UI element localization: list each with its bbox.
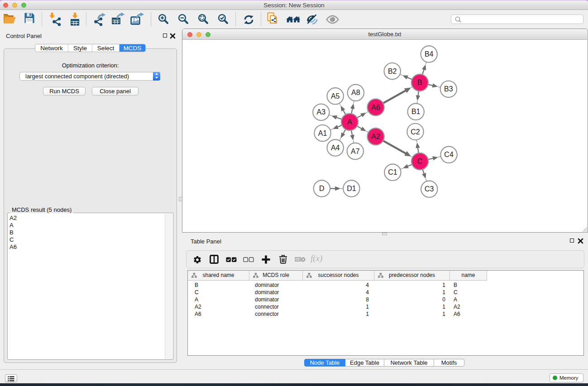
svg-text:A5: A5 (331, 92, 340, 100)
svg-text:B3: B3 (444, 85, 453, 93)
svg-text:A2: A2 (371, 133, 380, 140)
svg-text:A1: A1 (318, 129, 327, 137)
svg-text:C: C (417, 157, 423, 165)
svg-text:B4: B4 (425, 50, 434, 58)
svg-text:B1: B1 (411, 108, 421, 115)
svg-text:A3: A3 (317, 108, 326, 116)
svg-text:D1: D1 (347, 185, 356, 192)
svg-text:D: D (319, 185, 325, 192)
svg-text:C4: C4 (444, 151, 454, 158)
svg-text:A8: A8 (351, 89, 360, 96)
svg-text:C1: C1 (388, 168, 397, 176)
svg-text:A7: A7 (351, 148, 360, 155)
svg-text:A6: A6 (371, 104, 380, 111)
svg-text:B2: B2 (388, 67, 397, 75)
svg-text:A: A (347, 118, 352, 126)
svg-text:C3: C3 (425, 185, 434, 193)
svg-text:C2: C2 (411, 128, 420, 136)
svg-text:A4: A4 (331, 144, 340, 152)
svg-text:B: B (417, 79, 422, 86)
